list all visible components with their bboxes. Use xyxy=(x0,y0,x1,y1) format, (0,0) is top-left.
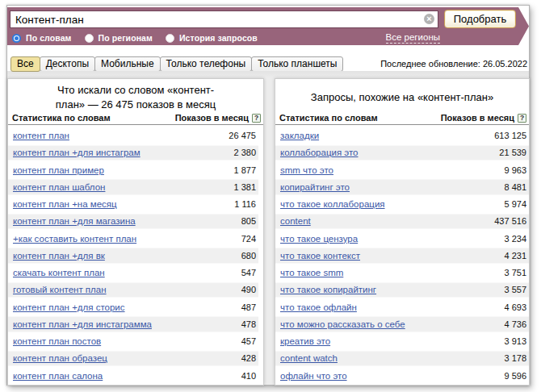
impressions-value: 8 481 xyxy=(504,182,526,192)
clear-input-icon[interactable] xyxy=(424,14,434,24)
table-row: что такое копирайтинг3 557 xyxy=(275,281,529,298)
table-row: коллаборация это21 539 xyxy=(275,144,529,161)
keyword-link[interactable]: что такое smm xyxy=(280,268,343,277)
radio-selected[interactable]: По словам xyxy=(12,33,72,43)
search-mode-radios: По словамПо регионамИстория запросов xyxy=(12,31,270,44)
table-row: готовый контент план490 xyxy=(8,281,258,298)
search-input[interactable] xyxy=(10,10,438,28)
panel-title: Что искали со словом «контент-план» — 26… xyxy=(8,79,263,114)
keyword-link[interactable]: что такое цензура xyxy=(280,234,358,244)
impressions-value: 21 539 xyxy=(499,148,526,157)
table-row: что такое цензура3 234 xyxy=(275,230,529,247)
keyword-column-label: Статистика по словам xyxy=(12,114,111,123)
keyword-link[interactable]: креатив это xyxy=(280,336,330,346)
impressions-value: 5 974 xyxy=(504,199,526,209)
table-row: контент план +для инстаграмма478 xyxy=(8,315,258,332)
impressions-value: 805 xyxy=(241,216,256,226)
table-row: скачать контент план547 xyxy=(8,265,258,281)
help-icon[interactable]: ? xyxy=(252,114,261,123)
keyword-link[interactable]: копирайтинг это xyxy=(280,182,350,192)
keyword-link[interactable]: скачать контент план xyxy=(13,268,105,277)
keyword-link[interactable]: smm что это xyxy=(280,165,333,175)
table-row: контент план салона410 xyxy=(8,367,258,384)
impressions-value: 9 963 xyxy=(504,165,526,175)
keyword-table: контент план26 475контент план +для инст… xyxy=(8,127,258,385)
keyword-link[interactable]: что такое офлайн xyxy=(280,302,357,312)
keyword-link[interactable]: что такое коллаборация xyxy=(280,199,385,209)
table-row: контент план пример1 877 xyxy=(8,161,258,178)
table-row: контент план образец428 xyxy=(8,350,258,367)
keyword-link[interactable]: контент план постов xyxy=(13,336,101,346)
keyword-link[interactable]: контент план +для инстаграмма xyxy=(13,319,152,329)
table-row: контент план +на месяц1 116 xyxy=(8,196,258,213)
impressions-value: 3 557 xyxy=(504,285,526,294)
radio-option[interactable]: История запросов xyxy=(166,33,258,43)
keyword-link[interactable]: контент план xyxy=(13,131,69,140)
submit-button[interactable]: Подобрать xyxy=(444,10,516,28)
table-row: +как составить контент план724 xyxy=(8,230,258,247)
radio-dot-icon[interactable] xyxy=(85,34,94,43)
impressions-value: 4 736 xyxy=(504,319,526,329)
keyword-link[interactable]: +как составить контент план xyxy=(13,234,136,244)
table-row: content437 516 xyxy=(275,213,529,230)
radio-label: По регионам xyxy=(99,33,153,43)
radio-dot-icon[interactable] xyxy=(12,34,21,43)
keyword-link[interactable]: офлайн что это xyxy=(280,371,347,381)
table-row: контент план постов457 xyxy=(8,333,258,350)
impressions-value: 26 475 xyxy=(229,131,256,140)
impressions-column-label: Показов в месяц xyxy=(441,114,514,123)
keyword-link[interactable]: контент план салона xyxy=(13,371,103,381)
help-icon[interactable]: ? xyxy=(518,114,526,123)
keyword-link[interactable]: коллаборация это xyxy=(280,148,358,157)
radio-option[interactable]: По регионам xyxy=(85,33,153,43)
impressions-value: 1 877 xyxy=(233,165,256,175)
table-row: что такое коллаборация5 974 xyxy=(275,196,529,213)
tab-все[interactable]: Все xyxy=(10,56,40,72)
table-row: контент план +для магазина805 xyxy=(8,213,258,230)
keyword-link[interactable]: готовый контент план xyxy=(13,285,107,294)
wordstat-window: Подобрать По словамПо регионамИстория за… xyxy=(6,5,530,386)
panel-title: Запросы, похожие на «контент-план» xyxy=(275,79,529,114)
keyword-link[interactable]: закладки xyxy=(280,131,319,140)
impressions-value: 490 xyxy=(241,285,256,294)
table-row: что можно рассказать о себе4 736 xyxy=(275,315,529,332)
table-row: закладки613 125 xyxy=(275,127,529,144)
impressions-value: 724 xyxy=(241,234,256,244)
all-regions-link[interactable]: Все регионы xyxy=(386,32,440,44)
impressions-value: 437 516 xyxy=(494,216,526,226)
impressions-value: 1 381 xyxy=(233,182,256,192)
keyword-link[interactable]: контент план +для вк xyxy=(13,251,105,261)
impressions-value: 680 xyxy=(241,251,256,261)
keyword-link[interactable]: что можно рассказать о себе xyxy=(280,319,405,329)
impressions-value: 4 693 xyxy=(504,302,526,312)
keyword-table: закладки613 125коллаборация это21 539smm… xyxy=(275,127,529,385)
radio-dot-icon[interactable] xyxy=(166,34,174,43)
tab-только-телефоны[interactable]: Только телефоны xyxy=(160,56,253,72)
table-header: Статистика по словам Показов в месяц ? xyxy=(275,114,529,125)
keyword-link[interactable]: что такое копирайтинг xyxy=(280,285,376,294)
keyword-link[interactable]: контент план +на месяц xyxy=(13,199,117,209)
keyword-link[interactable]: контент план пример xyxy=(13,165,104,175)
table-row: контент план шаблон1 381 xyxy=(8,178,258,195)
impressions-value: 4 231 xyxy=(504,251,526,261)
keyword-link[interactable]: контент план +для сторис xyxy=(13,302,125,312)
table-row: content watch3 178 xyxy=(275,350,529,367)
impressions-value: 3 178 xyxy=(504,353,526,363)
panel-searched-with-word: Что искали со словом «контент-план» — 26… xyxy=(7,78,264,386)
keyword-link[interactable]: контент план шаблон xyxy=(13,182,105,192)
table-row: офлайн что это9 596 xyxy=(275,367,529,384)
radio-label: По словам xyxy=(26,33,72,43)
keyword-link[interactable]: контент план +для инстаграм xyxy=(13,148,140,157)
impressions-value: 9 596 xyxy=(504,371,526,381)
keyword-link[interactable]: что такое контекст xyxy=(280,251,360,261)
keyword-link[interactable]: content watch xyxy=(280,353,338,363)
impressions-value: 487 xyxy=(241,302,256,312)
tab-только-планшеты[interactable]: Только планшеты xyxy=(251,56,343,72)
impressions-value: 3 234 xyxy=(504,234,526,244)
table-row: контент план +для сторис487 xyxy=(8,298,258,315)
keyword-link[interactable]: контент план образец xyxy=(13,353,107,363)
tab-мобильные[interactable]: Мобильные xyxy=(94,56,161,72)
tab-десктопы[interactable]: Десктопы xyxy=(40,56,95,72)
keyword-link[interactable]: content xyxy=(280,216,311,226)
keyword-link[interactable]: контент план +для магазина xyxy=(13,216,136,226)
